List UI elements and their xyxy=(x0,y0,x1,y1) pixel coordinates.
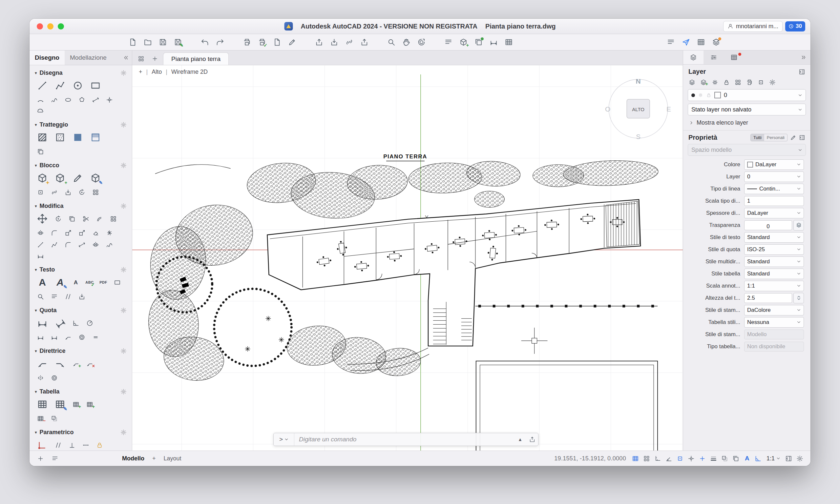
text-height-stepper[interactable] xyxy=(793,293,804,303)
tool-import-text[interactable] xyxy=(76,291,87,301)
close-window-button[interactable] xyxy=(37,23,43,30)
view-cube[interactable]: N O E S ALTO xyxy=(605,77,671,140)
gear-icon[interactable] xyxy=(120,267,127,273)
plot-button[interactable] xyxy=(241,37,253,48)
collapse-palette-button[interactable] xyxy=(120,51,132,65)
open-button[interactable] xyxy=(142,37,154,48)
tool-dim-angular[interactable] xyxy=(70,318,81,328)
page-setup-button[interactable] xyxy=(286,37,298,48)
filter-all-button[interactable]: Tutti xyxy=(751,134,764,141)
linetype-dropdown[interactable]: Contin... xyxy=(744,184,804,194)
tool-hatch[interactable] xyxy=(35,130,50,145)
gear-icon[interactable] xyxy=(120,122,127,128)
tool-coincident-constraint[interactable] xyxy=(35,438,50,451)
tool-table-style[interactable]: ✎ xyxy=(52,397,68,412)
tool-merge-cells[interactable] xyxy=(49,414,60,423)
tool-collect-leaders[interactable] xyxy=(49,373,60,383)
gear-icon[interactable] xyxy=(120,162,127,168)
tool-base-point[interactable] xyxy=(35,187,46,197)
dynamic-input-toggle[interactable] xyxy=(698,454,707,463)
visual-style-button[interactable]: Wireframe 2D xyxy=(171,69,208,75)
layer-color-swatch[interactable] xyxy=(714,92,721,98)
tool-align[interactable] xyxy=(90,240,101,250)
tool-delete-row[interactable]: − xyxy=(35,414,46,423)
linetype-scale-input[interactable]: 1 xyxy=(744,196,804,206)
tool-stretch[interactable] xyxy=(62,228,73,238)
tool-text-frame[interactable] xyxy=(111,277,123,287)
tool-dim-radius[interactable] xyxy=(84,318,95,328)
tool-insert-file[interactable] xyxy=(62,187,73,197)
model-tab[interactable]: Modello xyxy=(122,455,144,462)
tool-fix-constraint[interactable] xyxy=(94,440,105,450)
command-line[interactable]: > Digitare un comando ▲ xyxy=(273,433,539,446)
import-button[interactable] xyxy=(328,37,340,48)
tool-tolerance[interactable] xyxy=(90,332,101,342)
tool-rotate[interactable] xyxy=(52,214,64,223)
tool-single-line-text[interactable]: A xyxy=(70,277,81,287)
section-header-direttrice[interactable]: ▾ Direttrice xyxy=(32,346,129,356)
tool-pdf-import[interactable]: PDF xyxy=(98,277,109,287)
palette-menu-button[interactable] xyxy=(50,454,60,463)
customization-button[interactable] xyxy=(795,454,805,463)
tool-point[interactable] xyxy=(104,95,115,105)
transparency-toggle[interactable] xyxy=(720,454,730,463)
tool-edit-block[interactable]: ✎ xyxy=(88,171,103,185)
tool-justify[interactable] xyxy=(49,291,60,301)
tool-attach[interactable] xyxy=(49,187,60,197)
gear-icon[interactable] xyxy=(120,203,127,209)
tool-remove-leader[interactable]: × xyxy=(84,359,95,368)
layer-plot-button[interactable] xyxy=(745,78,754,87)
title-bar[interactable]: Autodesk AutoCAD 2024 - VERSIONE NON REG… xyxy=(30,19,810,34)
plot-style-dropdown[interactable]: DaColore xyxy=(744,305,804,316)
trial-timer-badge[interactable]: 30 xyxy=(785,21,805,32)
tool-revision-cloud[interactable] xyxy=(35,106,46,116)
collapse-panel-icon[interactable] xyxy=(799,134,805,141)
tool-chamfer[interactable] xyxy=(62,240,73,250)
section-header-parametrico[interactable]: ▾ Parametrico xyxy=(32,427,129,437)
pan-button[interactable] xyxy=(400,37,412,48)
current-layer-combobox[interactable]: 0 xyxy=(688,89,806,101)
tool-polyline[interactable] xyxy=(52,78,68,93)
tool-mtext[interactable]: A xyxy=(35,275,50,290)
lineweight-toggle[interactable] xyxy=(709,454,719,463)
tool-insert-column[interactable]: + xyxy=(84,399,95,409)
tool-dim-leader[interactable] xyxy=(62,332,73,342)
object-snap-toggle[interactable] xyxy=(675,454,685,463)
tool-hatch-pattern[interactable] xyxy=(52,130,68,145)
more-palettes-button[interactable] xyxy=(797,51,810,64)
tool-scale[interactable] xyxy=(76,228,87,238)
add-palette-button[interactable] xyxy=(35,454,45,463)
count-button[interactable] xyxy=(503,37,514,48)
tool-edit-attributes[interactable] xyxy=(90,187,101,197)
save-button[interactable] xyxy=(157,37,169,48)
tool-arc[interactable] xyxy=(35,95,46,105)
tool-sync-attributes[interactable] xyxy=(76,187,87,197)
section-header-testo[interactable]: ▾ Testo xyxy=(32,265,129,274)
tool-perpendicular-constraint[interactable] xyxy=(66,440,77,450)
tool-quick-leader[interactable] xyxy=(52,357,68,371)
tool-boundary[interactable] xyxy=(35,147,46,157)
color-dropdown[interactable]: DaLayer xyxy=(744,159,804,170)
section-header-blocco[interactable]: ▾ Blocco xyxy=(32,160,129,170)
tool-rectangle[interactable] xyxy=(88,78,103,93)
dim-style-dropdown[interactable]: ISO-25 xyxy=(744,244,804,255)
properties-palette-button[interactable] xyxy=(665,37,677,48)
section-header-disegna[interactable]: ▾ Disegna xyxy=(32,68,129,78)
transparency-picker-button[interactable] xyxy=(793,220,804,231)
tool-fillet[interactable] xyxy=(49,228,60,238)
object-snap-tracking-toggle[interactable] xyxy=(686,454,696,463)
account-menu[interactable]: mnotarianni m... xyxy=(723,21,783,32)
tab-disegno[interactable]: Disegno xyxy=(30,51,65,65)
tool-copy[interactable] xyxy=(66,214,77,223)
tool-align-leaders[interactable] xyxy=(35,373,46,383)
tool-horizontal-constraint[interactable] xyxy=(80,440,91,450)
tab-overview-button[interactable] xyxy=(136,53,147,64)
redo-button[interactable] xyxy=(214,37,226,48)
orbit-button[interactable] xyxy=(415,37,427,48)
lock-layer-button[interactable] xyxy=(721,78,731,87)
save-as-button[interactable]: ✎ xyxy=(172,37,184,48)
tool-dim-aligned[interactable] xyxy=(52,316,68,330)
layer-properties-button[interactable] xyxy=(687,78,697,87)
share-button[interactable] xyxy=(680,37,692,48)
tool-find-text[interactable] xyxy=(35,291,46,301)
